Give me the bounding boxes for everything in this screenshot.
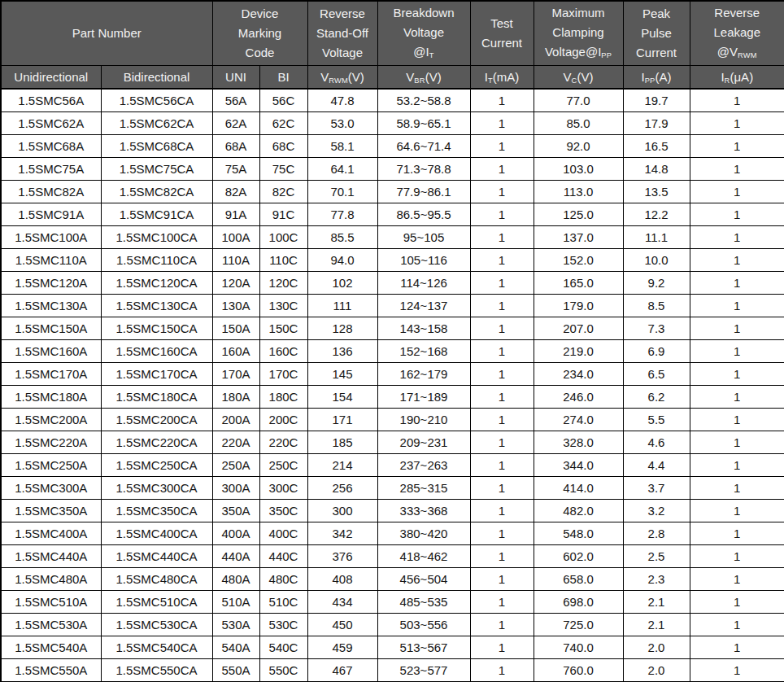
- cell-bi: 510C: [259, 591, 307, 614]
- cell-vbr: 124~137: [377, 295, 470, 317]
- cell-ir: 1: [690, 636, 784, 659]
- header-line: Maximum: [534, 3, 623, 23]
- label-text: Code: [246, 46, 275, 59]
- cell-bidirectional: 1.5SMC150CA: [101, 317, 212, 340]
- label-text: Current: [636, 46, 677, 59]
- cell-bi: 75C: [259, 158, 307, 181]
- header-line: Voltage@IPP: [534, 42, 623, 63]
- cell-ir: 1: [690, 500, 784, 522]
- subheader-cell-unidirectional: Unidirectional: [1, 66, 101, 90]
- cell-vbr: 485~535: [377, 591, 470, 614]
- subscript-text: PP: [601, 51, 612, 59]
- cell-ipp: 9.2: [623, 272, 690, 295]
- header-line: Device: [213, 4, 307, 24]
- table-header: Part NumberDeviceMarkingCodeReverseStand…: [1, 1, 784, 89]
- header-group-cell-peak-pulse-current: PeakPulseCurrent: [623, 1, 690, 66]
- cell-bi: 440C: [259, 545, 307, 568]
- header-line: Reverse: [308, 4, 377, 24]
- cell-vbr: 190~210: [377, 409, 470, 431]
- cell-ir: 1: [690, 181, 784, 203]
- cell-vrwm: 111: [307, 295, 377, 317]
- label-text: I: [721, 70, 724, 84]
- cell-uni: 250A: [212, 454, 259, 477]
- cell-unidirectional: 1.5SMC540A: [1, 636, 101, 659]
- label-text: Voltage: [322, 46, 363, 59]
- cell-uni: 130A: [212, 295, 259, 317]
- subheader-cell-it: IT(mA): [470, 66, 534, 90]
- label-text: Reverse: [320, 7, 365, 20]
- cell-bi: 400C: [259, 522, 307, 545]
- cell-ipp: 7.3: [623, 317, 690, 340]
- cell-uni: 170A: [212, 363, 259, 386]
- label-text: V: [564, 70, 572, 84]
- header-line: Peak: [624, 4, 690, 24]
- cell-ir: 1: [690, 454, 784, 477]
- table-row: 1.5SMC120A1.5SMC120CA120A120C102114~1261…: [1, 272, 784, 295]
- cell-it: 1: [470, 295, 534, 317]
- cell-bi: 220C: [259, 431, 307, 454]
- cell-ir: 1: [690, 568, 784, 591]
- cell-ipp: 14.8: [623, 158, 690, 181]
- cell-uni: 540A: [212, 636, 259, 659]
- cell-unidirectional: 1.5SMC160A: [1, 340, 101, 363]
- cell-bi: 100C: [259, 226, 307, 249]
- table-row: 1.5SMC250A1.5SMC250CA250A250C214237~2631…: [1, 454, 784, 477]
- cell-vrwm: 47.8: [307, 89, 377, 112]
- cell-vrwm: 64.1: [307, 158, 377, 181]
- cell-uni: 91A: [212, 203, 259, 226]
- cell-vrwm: 408: [307, 568, 377, 591]
- table-row: 1.5SMC440A1.5SMC440CA440A440C376418~4621…: [1, 545, 784, 568]
- header-group-cell-breakdown-voltage: BreakdownVoltage@IT: [377, 1, 470, 66]
- cell-uni: 100A: [212, 226, 259, 249]
- table-row: 1.5SMC82A1.5SMC82CA82A82C70.177.9~86.111…: [1, 181, 784, 203]
- header-line: @VRWM: [690, 42, 784, 63]
- header-line: Marking: [213, 24, 307, 43]
- cell-vc: 207.0: [534, 317, 623, 340]
- cell-unidirectional: 1.5SMC75A: [1, 158, 101, 181]
- cell-vbr: 418~462: [377, 545, 470, 568]
- table-body: 1.5SMC56A1.5SMC56CA56A56C47.853.2~58.817…: [1, 89, 784, 682]
- cell-unidirectional: 1.5SMC56A: [1, 89, 101, 112]
- label-text: V: [406, 70, 414, 84]
- cell-bi: 200C: [259, 409, 307, 431]
- cell-vrwm: 459: [307, 636, 377, 659]
- cell-ipp: 6.5: [623, 363, 690, 386]
- cell-ir: 1: [690, 659, 784, 682]
- table-row: 1.5SMC550A1.5SMC550CA550A550C467523~5771…: [1, 659, 784, 682]
- header-line: Current: [471, 33, 534, 53]
- cell-bidirectional: 1.5SMC530CA: [101, 614, 212, 636]
- cell-bidirectional: 1.5SMC75CA: [101, 158, 212, 181]
- cell-ir: 1: [690, 431, 784, 454]
- cell-bidirectional: 1.5SMC540CA: [101, 636, 212, 659]
- subscript-text: BR: [414, 77, 425, 85]
- cell-vbr: 162~179: [377, 363, 470, 386]
- cell-vrwm: 145: [307, 363, 377, 386]
- label-text: Unidirectional: [14, 70, 88, 84]
- cell-unidirectional: 1.5SMC180A: [1, 386, 101, 409]
- table-row: 1.5SMC75A1.5SMC75CA75A75C64.171.3~78.811…: [1, 158, 784, 181]
- cell-vc: 234.0: [534, 363, 623, 386]
- cell-it: 1: [470, 112, 534, 135]
- table-row: 1.5SMC530A1.5SMC530CA530A530C450503~5561…: [1, 614, 784, 636]
- cell-unidirectional: 1.5SMC300A: [1, 477, 101, 500]
- cell-ir: 1: [690, 295, 784, 317]
- cell-vbr: 513~567: [377, 636, 470, 659]
- table-row: 1.5SMC200A1.5SMC200CA200A200C171190~2101…: [1, 409, 784, 431]
- cell-vrwm: 70.1: [307, 181, 377, 203]
- cell-ipp: 2.5: [623, 545, 690, 568]
- cell-vc: 125.0: [534, 203, 623, 226]
- cell-vc: 725.0: [534, 614, 623, 636]
- cell-vrwm: 53.0: [307, 112, 377, 135]
- label-text: BI: [277, 70, 289, 84]
- subheader-cell-bi: BI: [259, 66, 307, 90]
- cell-it: 1: [470, 158, 534, 181]
- label-text: Marking: [238, 26, 281, 40]
- cell-ir: 1: [690, 112, 784, 135]
- cell-it: 1: [470, 522, 534, 545]
- cell-vrwm: 342: [307, 522, 377, 545]
- cell-uni: 62A: [212, 112, 259, 135]
- label-text: Voltage@I: [545, 45, 601, 59]
- subheader-cell-uni: UNI: [212, 66, 259, 90]
- label-text: Clamping: [552, 25, 603, 39]
- cell-it: 1: [470, 431, 534, 454]
